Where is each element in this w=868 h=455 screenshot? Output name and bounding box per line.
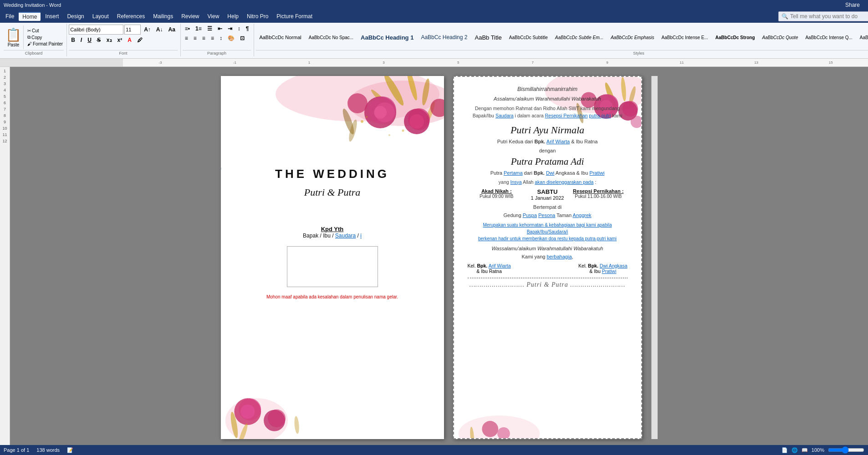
justify-button[interactable]: ≡	[209, 34, 216, 42]
show-marks-button[interactable]: ¶	[244, 25, 251, 33]
event-grid: Akad Nikah : Pukul 09:00 WIB SABTU 1 Jan…	[468, 188, 628, 201]
page1-content: THE WEDDING Putri & Putra Kpd Yth Bapak …	[221, 76, 444, 318]
font-size-input[interactable]	[124, 25, 141, 35]
sort-button[interactable]: ↕	[235, 25, 243, 33]
borders-button[interactable]: ⊡	[238, 34, 247, 42]
view-print-icon[interactable]: 📄	[781, 447, 788, 453]
style-title[interactable]: AaBb Title	[471, 33, 505, 42]
honor-text: Merupakan suatu kehormatan & kebahagiaan…	[468, 222, 628, 242]
menu-design[interactable]: Design	[63, 12, 87, 20]
subscript-button[interactable]: x₂	[104, 36, 114, 44]
menu-help[interactable]: Help	[224, 12, 242, 20]
style-heading1[interactable]: AaBbCc Heading 1	[357, 33, 417, 42]
event-intro: yang Insya Allah akan diselenggarakan pa…	[468, 179, 628, 185]
groom-parents: Putra Pertama dari Bpk. Dwi Angkasa & Ib…	[468, 170, 628, 176]
decrease-indent-button[interactable]: ⇤	[215, 25, 225, 33]
style-subtle-em[interactable]: AaBbCcDc Subtle Em...	[552, 34, 607, 41]
menu-references[interactable]: References	[113, 12, 148, 20]
style-intense-e[interactable]: AaBbCcDc Intense E...	[659, 34, 711, 41]
page-count: Page 1 of 1	[4, 447, 29, 453]
vertical-scrollbar[interactable]	[651, 76, 658, 439]
ruler-margin-left	[0, 59, 123, 66]
search-bar[interactable]: 🔍	[778, 11, 868, 21]
ruler-tick: 3	[383, 61, 384, 65]
ruler-tick: 5	[457, 61, 459, 65]
ruler-tick: 1	[308, 61, 310, 65]
ruler-tick: -3	[158, 61, 162, 65]
menu-mailings[interactable]: Mailings	[149, 12, 177, 20]
menu-review[interactable]: Review	[178, 12, 203, 20]
family2-line1: Kel. Bpk. Dwi Angkasa	[578, 263, 627, 268]
menu-insert[interactable]: Insert	[41, 12, 62, 20]
left-sidebar: 1 2 3 4 5 6 7 8 9 10 11 12	[0, 67, 10, 448]
style-subtitle[interactable]: AaBbCcDc Subtitle	[506, 34, 551, 41]
ribbon: 📋 Paste ✂ Cut ⧉ Copy 🖌 Format Painter	[0, 23, 868, 59]
multilevel-button[interactable]: ☰	[205, 25, 214, 33]
style-strong[interactable]: AaBbCcDc Strong	[712, 34, 758, 41]
menu-layout[interactable]: Layout	[89, 12, 112, 20]
shrink-font-button[interactable]: A↓	[154, 25, 165, 34]
view-read-icon[interactable]: 📖	[802, 447, 808, 453]
share-button[interactable]: Share	[841, 0, 864, 10]
view-web-icon[interactable]: 🌐	[791, 447, 798, 453]
wedding-title: THE WEDDING	[239, 167, 426, 181]
strikethrough-button[interactable]: S̶	[95, 36, 103, 44]
style-quote[interactable]: AaBbCcDc Quote	[759, 34, 802, 41]
menu-nitro[interactable]: Nitro Pro	[243, 12, 272, 20]
groom-name: Putra Pratama Adi	[468, 156, 628, 167]
family1-line2: & Ibu Ratna	[468, 268, 511, 274]
bold-button[interactable]: B	[69, 36, 77, 44]
search-input[interactable]	[790, 13, 863, 20]
bullets-button[interactable]: ≡•	[183, 25, 192, 33]
menu-file[interactable]: File	[2, 12, 18, 20]
style-no-spacing[interactable]: AaBbCcDc No Spac...	[306, 34, 357, 41]
shading-button[interactable]: 🎨	[225, 34, 237, 42]
align-right-button[interactable]: ≡	[200, 34, 208, 42]
underline-button[interactable]: U	[85, 36, 94, 44]
address-input-box[interactable]	[287, 246, 378, 287]
format-painter-button[interactable]: 🖌 Format Painter	[26, 41, 64, 47]
font-color-button[interactable]: A	[125, 36, 134, 44]
font-label: Font	[69, 50, 178, 56]
style-normal[interactable]: AaBbCcDc Normal	[256, 33, 304, 41]
family2-line2: & Ibu Pratiwi	[578, 268, 627, 274]
page-area[interactable]: ⚓ THE WEDDING Putri & Putra Kpd Yth Bapa…	[10, 67, 868, 448]
cut-button[interactable]: ✂ Cut	[26, 28, 64, 34]
bertempat: Bertempat di	[468, 204, 628, 210]
menu-home[interactable]: Home	[19, 12, 41, 21]
grow-font-button[interactable]: A↑	[142, 25, 153, 34]
bismillah: Bismillahirrahmanirrahim	[468, 86, 628, 92]
numbering-button[interactable]: 1≡	[193, 25, 204, 33]
highlight-button[interactable]: 🖊	[135, 36, 145, 44]
event-date: SABTU	[529, 188, 566, 195]
menu-view[interactable]: View	[204, 12, 223, 20]
address-section: Kpd Yth Bapak / Ibu / Saudara / i Mohon …	[239, 226, 426, 299]
search-icon: 🔍	[781, 13, 788, 20]
style-emphasis[interactable]: AaBbCcDc Emphasis	[608, 34, 658, 41]
font-name-input[interactable]	[69, 25, 123, 35]
style-subtle-ref[interactable]: AaBbCcDc Subtle Ref...	[857, 34, 868, 41]
style-intense-q[interactable]: AaBbCcDc Intense Q...	[802, 34, 855, 41]
event-date2: 1 Januari 2022	[529, 195, 566, 201]
paste-button[interactable]: 📋 Paste	[4, 25, 24, 49]
align-left-button[interactable]: ≡	[183, 34, 190, 42]
paste-icon: 📋	[5, 27, 21, 42]
style-heading2[interactable]: AaBbCc Heading 2	[418, 33, 470, 42]
resepsi-time: Pukul 11.00-16.00 WIB	[569, 194, 628, 199]
align-center-button[interactable]: ≡	[191, 34, 199, 42]
clipboard-mini-buttons: ✂ Cut ⧉ Copy 🖌 Format Painter	[26, 28, 64, 47]
svg-point-25	[240, 404, 255, 419]
copy-button[interactable]: ⧉ Copy	[26, 34, 64, 40]
line-spacing-button[interactable]: ↕	[217, 34, 225, 42]
greeting: Assalamu'alaikum Warahmatullahi Wabaraka…	[468, 96, 628, 101]
proofing-icon: 📝	[67, 447, 73, 453]
menu-picture-format[interactable]: Picture Format	[273, 12, 316, 20]
superscript-button[interactable]: x²	[115, 36, 125, 44]
clear-format-button[interactable]: Aa	[166, 25, 177, 34]
ruler-tick: 7	[532, 61, 534, 65]
zoom-slider[interactable]	[828, 446, 864, 454]
floral-bottom-decoration	[221, 366, 355, 439]
italic-button[interactable]: I	[78, 36, 84, 44]
clipboard-label: Clipboard	[4, 50, 64, 56]
increase-indent-button[interactable]: ⇥	[225, 25, 235, 33]
